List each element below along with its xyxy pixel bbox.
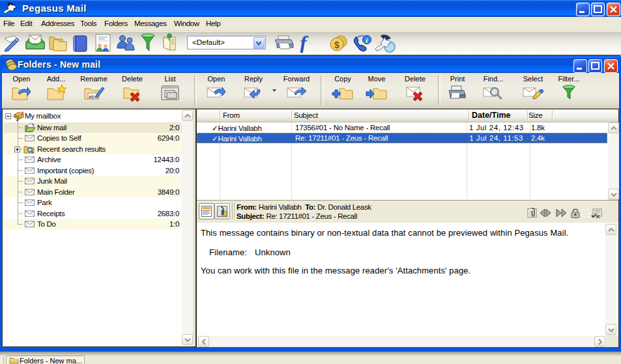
svg-text:f: f (300, 33, 309, 53)
svg-text:ab: ab (89, 94, 94, 100)
svg-text:$: $ (334, 40, 339, 50)
